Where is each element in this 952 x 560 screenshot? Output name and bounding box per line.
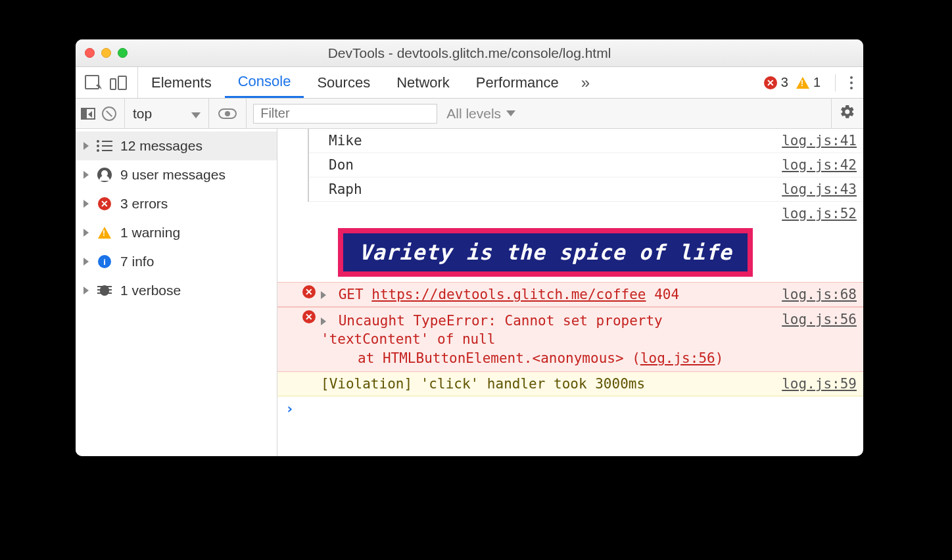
tab-sources[interactable]: Sources	[304, 67, 383, 98]
sidebar-item-user-messages[interactable]: 9 user messages	[76, 160, 277, 189]
log-text: Mike	[316, 131, 774, 150]
context-selector-value: top	[133, 106, 152, 122]
divider	[835, 74, 836, 91]
console-message-exception[interactable]: ✕ Uncaught TypeError: Cannot set propert…	[277, 307, 863, 372]
console-sidebar: 12 messages 9 user messages ✕ 3 errors 1…	[76, 129, 277, 456]
sidebar-item-verbose[interactable]: 1 verbose	[76, 276, 277, 305]
console-message[interactable]: Don log.js:42	[309, 153, 863, 177]
styled-log-text: Variety is the spice of life	[343, 233, 748, 271]
devtools-window: DevTools - devtools.glitch.me/console/lo…	[76, 39, 863, 456]
kebab-menu-icon[interactable]	[850, 76, 853, 89]
styled-log-banner: Variety is the spice of life	[338, 228, 753, 277]
context-selector[interactable]: top	[125, 99, 209, 128]
more-tabs-button[interactable]: »	[572, 67, 599, 98]
chevron-right-icon	[83, 171, 89, 179]
window-controls	[85, 48, 128, 58]
window-title: DevTools - devtools.glitch.me/console/lo…	[76, 45, 863, 61]
sidebar-item-info[interactable]: i 7 info	[76, 247, 277, 276]
expand-icon[interactable]	[321, 317, 326, 325]
exception-message: Uncaught TypeError: Cannot set property …	[321, 313, 663, 347]
violation-text: [Violation] 'click' handler took 3000ms	[321, 375, 774, 393]
warning-count-badge[interactable]: 1	[796, 75, 821, 90]
console-toolbar: top All levels	[76, 99, 863, 129]
chevron-right-icon	[83, 258, 89, 266]
stack-source-link[interactable]: log.js:56	[640, 350, 715, 366]
window-titlebar: DevTools - devtools.glitch.me/console/lo…	[76, 39, 863, 67]
prompt-chevron-icon: ›	[284, 400, 294, 417]
info-icon: i	[98, 255, 111, 268]
close-window-button[interactable]	[85, 48, 95, 58]
panel-tabbar: Elements Console Sources Network Perform…	[76, 67, 863, 99]
live-expression-icon[interactable]	[218, 108, 237, 119]
tab-label: Network	[396, 74, 450, 91]
tab-label: Elements	[151, 74, 212, 91]
console-message-styled[interactable]: log.js:52 Variety is the spice of life	[277, 202, 863, 282]
chevron-down-icon	[191, 112, 201, 118]
sidebar-item-label: 7 info	[120, 254, 154, 269]
main-panel: 12 messages 9 user messages ✕ 3 errors 1…	[76, 129, 863, 456]
http-status: 404	[654, 287, 679, 302]
log-text: Don	[316, 156, 774, 174]
console-message[interactable]: Mike log.js:41	[309, 129, 863, 153]
zoom-window-button[interactable]	[118, 48, 128, 58]
tab-console[interactable]: Console	[225, 67, 304, 98]
sidebar-toggle-icon[interactable]	[81, 108, 95, 120]
minimize-window-button[interactable]	[101, 48, 111, 58]
list-icon	[97, 140, 112, 152]
error-icon: ✕	[98, 197, 111, 210]
user-icon	[97, 168, 112, 182]
inspect-element-icon[interactable]	[85, 75, 101, 91]
source-link[interactable]: log.js:43	[774, 180, 857, 197]
warning-count: 1	[813, 75, 821, 90]
log-text: Raph	[316, 180, 774, 198]
chevron-right-icon	[83, 229, 89, 237]
chevron-right-icon	[83, 142, 89, 150]
console-output: Mike log.js:41 Don log.js:42 Raph log.js…	[277, 129, 863, 456]
chevron-right-icon	[83, 200, 89, 208]
source-link[interactable]: log.js:59	[774, 375, 857, 392]
sidebar-item-label: 9 user messages	[120, 167, 226, 183]
stack-prefix: at HTMLButtonElement.<anonymous> (	[358, 350, 640, 366]
expand-icon[interactable]	[321, 291, 326, 299]
error-icon: ✕	[764, 76, 777, 89]
sidebar-item-all-messages[interactable]: 12 messages	[76, 131, 277, 160]
sidebar-item-errors[interactable]: ✕ 3 errors	[76, 189, 277, 218]
source-link[interactable]: log.js:56	[774, 310, 857, 327]
source-link[interactable]: log.js:41	[774, 131, 857, 149]
tab-label: Performance	[476, 74, 559, 91]
device-toolbar-icon[interactable]	[110, 76, 127, 90]
console-message-network-error[interactable]: ✕ GET https://devtools.glitch.me/coffee …	[277, 282, 863, 307]
http-method: GET	[339, 287, 364, 302]
console-message-violation[interactable]: [Violation] 'click' handler took 3000ms …	[277, 372, 863, 396]
sidebar-item-label: 1 warning	[120, 225, 180, 241]
clear-console-icon[interactable]	[102, 106, 116, 121]
console-settings-icon[interactable]	[840, 104, 855, 123]
bug-icon	[97, 284, 112, 297]
source-link[interactable]: log.js:42	[774, 156, 857, 173]
log-level-selector[interactable]: All levels	[437, 106, 525, 122]
sidebar-item-label: 12 messages	[120, 138, 202, 154]
tab-label: Console	[238, 73, 291, 90]
tab-elements[interactable]: Elements	[138, 67, 225, 98]
error-icon: ✕	[302, 285, 316, 298]
tab-label: Sources	[317, 74, 370, 91]
console-prompt[interactable]: ›	[277, 396, 863, 421]
sidebar-item-label: 1 verbose	[120, 283, 181, 298]
error-count-badge[interactable]: ✕ 3	[764, 75, 788, 90]
source-link[interactable]: log.js:52	[774, 204, 857, 222]
chevron-down-icon	[506, 110, 515, 116]
source-link[interactable]: log.js:68	[774, 285, 857, 302]
sidebar-item-warnings[interactable]: 1 warning	[76, 218, 277, 247]
warning-icon	[98, 227, 111, 239]
tab-performance[interactable]: Performance	[463, 67, 572, 98]
log-level-label: All levels	[446, 106, 501, 122]
stack-suffix: )	[715, 350, 724, 366]
console-message[interactable]: Raph log.js:43	[309, 177, 863, 202]
error-count: 3	[781, 75, 788, 90]
chevron-right-icon	[83, 287, 89, 294]
request-url[interactable]: https://devtools.glitch.me/coffee	[371, 287, 646, 302]
warning-icon	[796, 77, 809, 89]
error-icon: ✕	[302, 310, 316, 323]
filter-input[interactable]	[253, 104, 437, 124]
tab-network[interactable]: Network	[383, 67, 463, 98]
